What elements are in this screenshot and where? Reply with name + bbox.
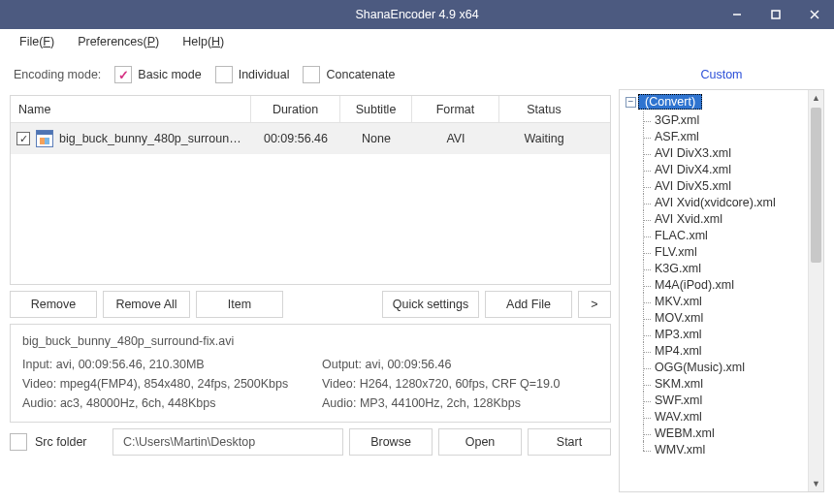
tree-item[interactable]: SWF.xml [643, 392, 808, 408]
file-table: Name Duration Subtitle Format Status big… [10, 95, 611, 285]
table-row[interactable]: big_buck_bunny_480p_surround-... 00:09:5… [11, 123, 610, 154]
row-status: Waiting [499, 132, 589, 145]
remove-all-button[interactable]: Remove All [103, 291, 190, 318]
detail-input: Input: avi, 00:09:56.46, 210.30MB [22, 358, 299, 371]
individual-checkbox[interactable] [215, 66, 233, 83]
action-buttons: Remove Remove All Item Quick settings Ad… [10, 291, 611, 318]
maximize-button[interactable] [756, 0, 795, 29]
individual-label: Individual [239, 68, 290, 81]
tree-item[interactable]: MP3.xml [643, 326, 808, 342]
tree-item[interactable]: FLAC.xml [643, 227, 808, 243]
tree-item[interactable]: AVI DivX3.xml [643, 144, 808, 161]
detail-output-audio: Audio: MP3, 44100Hz, 2ch, 128Kbps [322, 396, 598, 410]
tree-item[interactable]: MOV.xml [643, 309, 808, 326]
start-button[interactable]: Start [528, 428, 611, 456]
src-folder-label: Src folder [35, 435, 87, 449]
row-format: AVI [412, 132, 499, 145]
row-duration: 00:09:56.46 [251, 132, 340, 145]
close-button[interactable] [795, 0, 834, 29]
collapse-icon[interactable]: − [626, 97, 636, 108]
row-subtitle: None [340, 132, 412, 145]
window-controls [718, 0, 834, 29]
preset-tree[interactable]: − (Convert) 3GP.xmlASF.xmlAVI DivX3.xmlA… [620, 90, 808, 491]
tree-root[interactable]: − (Convert) [626, 94, 808, 110]
detail-output: Output: avi, 00:09:56.46 [322, 358, 598, 371]
scroll-down-icon[interactable]: ▼ [809, 476, 823, 491]
file-table-header: Name Duration Subtitle Format Status [11, 96, 610, 123]
col-duration[interactable]: Duration [251, 96, 340, 122]
custom-preset-link[interactable]: Custom [619, 60, 824, 89]
tree-item[interactable]: MKV.xml [643, 293, 808, 309]
quick-settings-button[interactable]: Quick settings [382, 291, 479, 318]
concatenate-label: Concatenate [326, 68, 395, 81]
preset-tree-panel: − (Convert) 3GP.xmlASF.xmlAVI DivX3.xmlA… [619, 89, 824, 492]
output-path-text: C:\Users\Martin\Desktop [123, 435, 255, 449]
tree-item[interactable]: AVI Xvid(xvidcore).xml [643, 194, 808, 210]
titlebar: ShanaEncoder 4.9 x64 [0, 0, 834, 29]
tree-item[interactable]: FLV.xml [643, 243, 808, 260]
output-path-field[interactable]: C:\Users\Martin\Desktop [112, 428, 343, 456]
col-subtitle[interactable]: Subtitle [340, 96, 412, 122]
svg-rect-1 [772, 11, 780, 18]
menu-help[interactable]: Help(H) [171, 31, 236, 52]
open-button[interactable]: Open [438, 428, 522, 456]
tree-item[interactable]: SKM.xml [643, 375, 808, 392]
row-checkbox[interactable] [16, 132, 30, 145]
detail-output-video: Video: H264, 1280x720, 60fps, CRF Q=19.0 [322, 377, 598, 391]
col-format[interactable]: Format [412, 96, 499, 122]
tree-item[interactable]: AVI DivX5.xml [643, 177, 808, 194]
col-status[interactable]: Status [499, 96, 589, 122]
tree-scrollbar[interactable]: ▲ ▼ [808, 90, 823, 491]
tree-item[interactable]: AVI Xvid.xml [643, 210, 808, 227]
encoding-mode-label: Encoding mode: [14, 68, 101, 81]
basic-mode-label: Basic mode [138, 68, 201, 81]
row-filename: big_buck_bunny_480p_surround-... [59, 132, 243, 145]
menu-file[interactable]: File(F) [8, 31, 66, 52]
tree-item[interactable]: MP4.xml [643, 342, 808, 359]
tree-item[interactable]: M4A(iPod).xml [643, 276, 808, 293]
item-button[interactable]: Item [196, 291, 283, 318]
tree-item[interactable]: WEBM.xml [643, 425, 808, 441]
scroll-thumb[interactable] [811, 108, 821, 263]
detail-input-video: Video: mpeg4(FMP4), 854x480, 24fps, 2500… [22, 377, 299, 391]
tree-item[interactable]: ASF.xml [643, 128, 808, 144]
encoding-mode-bar: Encoding mode: Basic mode Individual Con… [10, 60, 611, 89]
detail-filename: big_buck_bunny_480p_surround-fix.avi [22, 334, 598, 348]
add-file-more-button[interactable]: > [578, 291, 611, 318]
minimize-button[interactable] [718, 0, 756, 29]
remove-button[interactable]: Remove [10, 291, 97, 318]
tree-item[interactable]: 3GP.xml [643, 111, 808, 128]
menu-preferences[interactable]: Preferences(P) [66, 31, 171, 52]
output-folder-row: Src folder C:\Users\Martin\Desktop Brows… [10, 428, 611, 456]
tree-item[interactable]: K3G.xml [643, 260, 808, 276]
detail-input-audio: Audio: ac3, 48000Hz, 6ch, 448Kbps [22, 396, 299, 410]
video-file-icon [36, 130, 53, 147]
concatenate-checkbox[interactable] [303, 66, 320, 83]
tree-item[interactable]: WMV.xml [643, 441, 808, 457]
tree-item[interactable]: OGG(Music).xml [643, 359, 808, 375]
individual-option[interactable]: Individual [215, 66, 290, 83]
file-table-body: big_buck_bunny_480p_surround-... 00:09:5… [11, 123, 610, 284]
tree-root-label[interactable]: (Convert) [638, 94, 702, 110]
concatenate-option[interactable]: Concatenate [303, 66, 395, 83]
add-file-button[interactable]: Add File [485, 291, 572, 318]
menubar: File(F) Preferences(P) Help(H) [0, 29, 834, 54]
basic-mode-option[interactable]: Basic mode [114, 66, 201, 83]
scroll-up-icon[interactable]: ▲ [809, 90, 823, 106]
tree-item[interactable]: WAV.xml [643, 408, 808, 425]
col-name[interactable]: Name [11, 96, 251, 122]
src-folder-checkbox[interactable] [10, 433, 27, 451]
window-title: ShanaEncoder 4.9 x64 [355, 8, 478, 21]
browse-button[interactable]: Browse [349, 428, 433, 456]
file-detail-panel: big_buck_bunny_480p_surround-fix.avi Inp… [10, 324, 611, 423]
basic-mode-checkbox[interactable] [114, 66, 132, 83]
tree-item[interactable]: AVI DivX4.xml [643, 161, 808, 177]
